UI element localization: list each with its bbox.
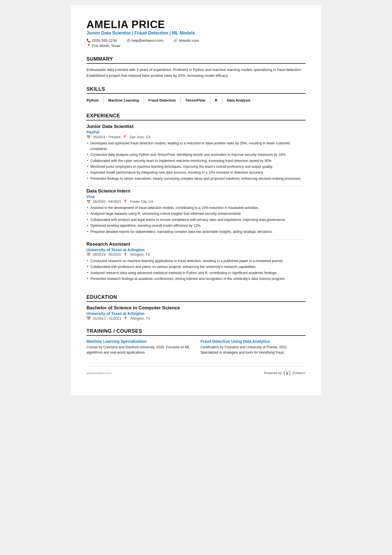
bullet: Analyzed large datasets using R, uncover…: [86, 211, 306, 216]
education-section: EDUCATION Bachelor of Science in Compute…: [86, 294, 306, 320]
calendar-icon-1: 📅: [86, 135, 91, 139]
footer: www.enhancv.com Powered by ⟨∨⟩ Enhancv: [86, 366, 306, 376]
brand-name: Enhancv: [292, 371, 306, 375]
location-icon-2: 📍: [123, 199, 128, 204]
job-3-title: Research Assistant: [86, 241, 306, 247]
training-item-2: Fraud Detection Using Data Analytics Cer…: [200, 339, 306, 355]
edu-degree: Bachelor of Science in Computer Science: [86, 305, 306, 311]
job-2-dates: 06/2020 - 04/2021: [93, 200, 121, 204]
calendar-icon-edu: 📅: [86, 316, 91, 320]
bullet: Developed and optimized fraud detection …: [86, 141, 306, 152]
resume-page: AMELIA PRICE Junior Data Scientist | Fra…: [71, 6, 321, 395]
bullet: Conducted data analysis using Python and…: [86, 152, 306, 157]
job-2-bullets: Assisted in the development of fraud det…: [86, 205, 306, 235]
training-2-title: Fraud Detection Using Data Analytics: [200, 339, 306, 344]
contact-row-2: 📍 Fort Worth, Texas: [86, 44, 306, 48]
calendar-icon-3: 📅: [86, 253, 91, 256]
linkedin-contact: 🔗 linkedin.com: [173, 38, 199, 43]
candidate-name: AMELIA PRICE: [86, 19, 306, 31]
edu-school: University of Texas at Arlington: [86, 311, 306, 316]
skills-title: SKILLS: [86, 86, 306, 94]
location-icon: 📍: [86, 44, 91, 48]
bullet: Presented findings to senior executives,…: [86, 176, 306, 181]
location-text: Fort Worth, Texas: [92, 44, 120, 48]
training-1-title: Machine Learning Specialization: [86, 339, 192, 344]
edu-meta: 📅 01/2017 - 01/2021 📍 Arlington, TX: [86, 316, 306, 320]
training-item-1: Machine Learning Specialization Course b…: [86, 339, 192, 355]
job-1-location: San Jose, CA: [129, 135, 150, 139]
job-1-title: Junior Data Scientist: [86, 124, 306, 129]
bullet: Collaborated with the cyber security tea…: [86, 158, 306, 164]
bullet: Prepared detailed reports for stakeholde…: [86, 229, 306, 235]
skill-tensorflow: TensorFlow: [185, 97, 210, 103]
email-address: help@enhancv.com: [132, 38, 163, 43]
training-1-desc: Course by Coursera and Stanford Universi…: [86, 345, 192, 355]
contact-row-1: 📞 (555) 555-1234 @ help@enhancv.com 🔗 li…: [86, 38, 306, 43]
email-icon: @: [127, 38, 130, 43]
experience-title: EXPERIENCE: [86, 113, 306, 120]
job-2-meta: 📅 06/2020 - 04/2021 📍 Foster City, CA: [86, 199, 306, 204]
phone-contact: 📞 (555) 555-1234: [86, 38, 117, 43]
skills-section: SKILLS Python Machine Learning Fraud Det…: [86, 86, 306, 105]
link-icon: 🔗: [173, 38, 178, 43]
training-2-desc: Certification by Coursera and University…: [200, 345, 306, 355]
linkedin-url: linkedin.com: [179, 38, 199, 43]
edu-location: Arlington, TX: [130, 317, 150, 320]
edu-dates: 01/2017 - 01/2021: [93, 317, 121, 320]
skill-data-analysis: Data Analysis: [227, 97, 255, 103]
skill-python: Python: [86, 97, 104, 103]
bullet: Presented research findings at academic …: [86, 276, 306, 282]
skill-r: R: [215, 97, 222, 103]
experience-section: EXPERIENCE Junior Data Scientist PayPal …: [86, 113, 306, 287]
job-3-meta: 📅 09/2019 - 05/2020 📍 Arlington, TX: [86, 253, 306, 257]
powered-by-text: Powered by: [264, 371, 282, 375]
footer-website: www.enhancv.com: [86, 371, 112, 375]
skill-fraud: Fraud Detection: [148, 97, 181, 103]
bullet: Improved model performance by integratin…: [86, 170, 306, 175]
education-title: EDUCATION: [86, 294, 306, 302]
location-icon-edu: 📍: [123, 316, 128, 320]
job-2: Data Science Intern Visa 📅 06/2020 - 04/…: [86, 188, 306, 240]
email-contact: @ help@enhancv.com: [127, 38, 163, 43]
job-2-location: Foster City, CA: [130, 200, 153, 204]
training-section: TRAINING / COURSES Machine Learning Spec…: [86, 328, 306, 355]
job-1-company: PayPal: [86, 130, 306, 134]
training-grid: Machine Learning Specialization Course b…: [86, 339, 306, 355]
job-1-bullets: Developed and optimized fraud detection …: [86, 141, 306, 181]
bullet: Optimized existing algorithms, boosting …: [86, 223, 306, 228]
job-2-company: Visa: [86, 194, 306, 199]
bullet: Conducted research on machine learning a…: [86, 258, 306, 264]
job-3: Research Assistant University of Texas a…: [86, 241, 306, 287]
bullet: Assisted in the development of fraud det…: [86, 205, 306, 211]
summary-text: Enthusiastic data scientist with 3 years…: [86, 67, 306, 79]
job-1: Junior Data Scientist PayPal 📅 05/2021 -…: [86, 124, 306, 187]
skill-ml: Machine Learning: [108, 97, 144, 103]
phone-number: (555) 555-1234: [92, 38, 117, 43]
candidate-title: Junior Data Scientist | Fraud Detection …: [86, 31, 306, 36]
bullet: Collaborated with professors and peers o…: [86, 264, 306, 270]
job-2-title: Data Science Intern: [86, 188, 306, 194]
skills-row: Python Machine Learning Fraud Detection …: [86, 97, 306, 105]
job-3-bullets: Conducted research on machine learning a…: [86, 258, 306, 282]
bullet: Analyzed research data using advanced st…: [86, 270, 306, 276]
location-icon-1: 📍: [123, 135, 127, 139]
header: AMELIA PRICE Junior Data Scientist | Fra…: [86, 19, 306, 48]
enhancv-icon: ⟨∨⟩: [283, 370, 291, 376]
job-3-location: Arlington, TX: [130, 253, 150, 256]
bullet: Mentored junior employees in machine lea…: [86, 164, 306, 169]
location-contact: 📍 Fort Worth, Texas: [86, 44, 120, 48]
job-1-dates: 05/2021 - Present: [93, 135, 120, 139]
phone-icon: 📞: [86, 38, 91, 43]
job-3-dates: 09/2019 - 05/2020: [93, 253, 121, 256]
summary-title: SUMMARY: [86, 56, 306, 64]
summary-section: SUMMARY Enthusiastic data scientist with…: [86, 56, 306, 79]
enhancv-branding: Powered by ⟨∨⟩ Enhancv: [264, 370, 306, 376]
calendar-icon-2: 📅: [86, 200, 91, 204]
job-3-company: University of Texas at Arlington: [86, 248, 306, 252]
job-1-meta: 📅 05/2021 - Present 📍 San Jose, CA: [86, 135, 306, 139]
bullet: Collaborated with product and legal team…: [86, 217, 306, 223]
location-icon-3: 📍: [123, 253, 128, 257]
training-title: TRAINING / COURSES: [86, 328, 306, 336]
